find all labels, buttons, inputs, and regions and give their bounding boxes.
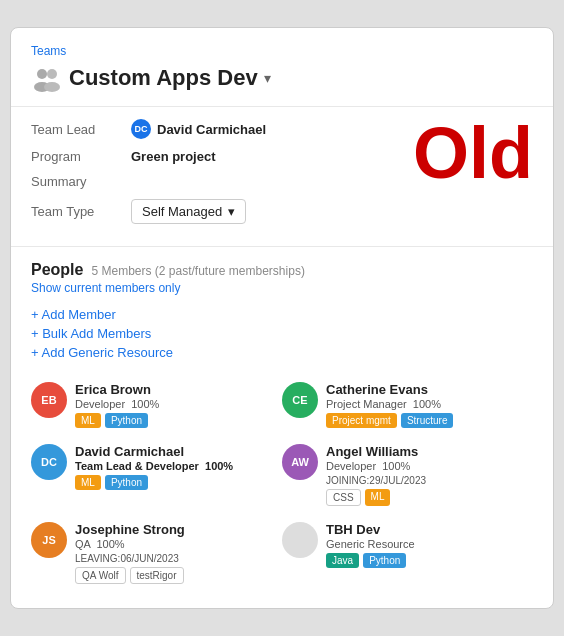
member-info-josephine: Josephine Strong QA 100% LEAVING:06/JUN/… [75, 522, 270, 584]
add-member-label: + Add Member [31, 307, 116, 322]
title-row: Custom Apps Dev ▾ [31, 62, 533, 94]
info-section: Team Lead DC David Carmichael Program Gr… [11, 107, 553, 247]
people-section: People 5 Members (2 past/future membersh… [11, 247, 553, 608]
member-name-catherine: Catherine Evans [326, 382, 525, 397]
svg-point-3 [44, 82, 60, 92]
member-role-erica: Developer 100% [75, 398, 270, 410]
member-role-david: Team Lead & Developer 100% [75, 460, 270, 472]
dropdown-chevron-icon: ▾ [228, 204, 235, 219]
avatar-tbh [282, 522, 318, 558]
program-value: Green project [131, 149, 216, 164]
team-type-value: Self Managed [142, 204, 222, 219]
member-tags-catherine: Project mgmt Structure [326, 413, 525, 428]
member-card-josephine: JS Josephine Strong QA 100% LEAVING:06/J… [31, 514, 282, 592]
old-watermark: Old [413, 117, 533, 189]
team-lead-avatar: DC [131, 119, 151, 139]
team-type-dropdown[interactable]: Self Managed ▾ [131, 199, 246, 224]
avatar-erica: EB [31, 382, 67, 418]
tag-java-tbh: Java [326, 553, 359, 568]
tag-python-david: Python [105, 475, 148, 490]
member-info-catherine: Catherine Evans Project Manager 100% Pro… [326, 382, 525, 428]
tag-python-erica: Python [105, 413, 148, 428]
add-generic-link[interactable]: + Add Generic Resource [31, 345, 533, 360]
action-links: + Add Member + Bulk Add Members + Add Ge… [31, 307, 533, 360]
member-tags-tbh: Java Python [326, 553, 525, 568]
member-card-tbh: TBH Dev Generic Resource Java Python [282, 514, 533, 592]
main-card: Teams Custom Apps Dev ▾ Team Lead DC Dav… [10, 27, 554, 609]
member-tags-angel: CSS ML [326, 489, 525, 506]
member-name-angel: Angel Williams [326, 444, 525, 459]
tag-testrigor: testRigor [130, 567, 184, 584]
tag-ml-erica: ML [75, 413, 101, 428]
people-header: People 5 Members (2 past/future membersh… [31, 261, 533, 279]
joining-date-angel: JOINING:29/JUL/2023 [326, 475, 525, 486]
member-card-catherine: CE Catherine Evans Project Manager 100% … [282, 374, 533, 436]
member-role-tbh: Generic Resource [326, 538, 525, 550]
member-info-angel: Angel Williams Developer 100% JOINING:29… [326, 444, 525, 506]
svg-point-0 [37, 69, 47, 79]
member-role-catherine: Project Manager 100% [326, 398, 525, 410]
member-card-erica: EB Erica Brown Developer 100% ML Python [31, 374, 282, 436]
team-lead-name: David Carmichael [157, 122, 266, 137]
members-grid: EB Erica Brown Developer 100% ML Python … [31, 374, 533, 592]
team-lead-value: DC David Carmichael [131, 119, 266, 139]
member-tags-erica: ML Python [75, 413, 270, 428]
team-type-label: Team Type [31, 204, 131, 219]
add-generic-label: + Add Generic Resource [31, 345, 173, 360]
tag-ml-david: ML [75, 475, 101, 490]
svg-point-1 [47, 69, 57, 79]
team-icon [31, 62, 63, 94]
tag-css-angel: CSS [326, 489, 361, 506]
member-name-josephine: Josephine Strong [75, 522, 270, 537]
add-member-link[interactable]: + Add Member [31, 307, 533, 322]
bulk-add-label: + Bulk Add Members [31, 326, 151, 341]
show-current-link[interactable]: Show current members only [31, 281, 533, 295]
member-info-tbh: TBH Dev Generic Resource Java Python [326, 522, 525, 568]
team-title: Custom Apps Dev [69, 65, 258, 91]
member-card-angel: AW Angel Williams Developer 100% JOINING… [282, 436, 533, 514]
member-card-david: DC David Carmichael Team Lead & Develope… [31, 436, 282, 514]
member-role-josephine: QA 100% [75, 538, 270, 550]
team-lead-label: Team Lead [31, 122, 131, 137]
header: Teams Custom Apps Dev ▾ [11, 28, 553, 107]
member-tags-david: ML Python [75, 475, 270, 490]
tag-structure: Structure [401, 413, 454, 428]
avatar-david: DC [31, 444, 67, 480]
tag-python-tbh: Python [363, 553, 406, 568]
member-info-erica: Erica Brown Developer 100% ML Python [75, 382, 270, 428]
member-name-david: David Carmichael [75, 444, 270, 459]
chevron-down-icon[interactable]: ▾ [264, 70, 271, 86]
tag-qawolf: QA Wolf [75, 567, 126, 584]
avatar-josephine: JS [31, 522, 67, 558]
program-label: Program [31, 149, 131, 164]
summary-label: Summary [31, 174, 131, 189]
team-type-row: Team Type Self Managed ▾ [31, 199, 533, 224]
people-title: People [31, 261, 83, 279]
people-meta: 5 Members (2 past/future memberships) [91, 264, 304, 278]
leaving-date-josephine: LEAVING:06/JUN/2023 [75, 553, 270, 564]
member-name-tbh: TBH Dev [326, 522, 525, 537]
avatar-catherine: CE [282, 382, 318, 418]
member-tags-josephine: QA Wolf testRigor [75, 567, 270, 584]
tag-ml-angel: ML [365, 489, 391, 506]
bulk-add-link[interactable]: + Bulk Add Members [31, 326, 533, 341]
breadcrumb[interactable]: Teams [31, 44, 533, 58]
tag-projmgmt: Project mgmt [326, 413, 397, 428]
member-name-erica: Erica Brown [75, 382, 270, 397]
member-role-angel: Developer 100% [326, 460, 525, 472]
member-info-david: David Carmichael Team Lead & Developer 1… [75, 444, 270, 490]
avatar-angel: AW [282, 444, 318, 480]
